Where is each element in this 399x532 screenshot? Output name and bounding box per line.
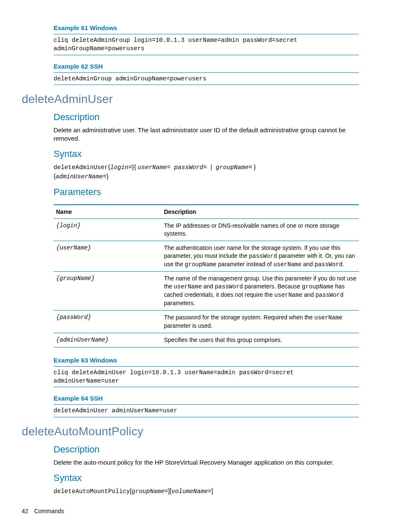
table-row: {adminUserName} Specifies the users that…: [54, 333, 359, 347]
param-desc: The name of the management group. Use th…: [161, 272, 359, 311]
example-64-heading: Example 64 SSH: [54, 395, 359, 402]
section-deleteadminuser-heading: deleteAdminUser: [22, 93, 359, 106]
description-text: Delete an administrative user. The last …: [54, 126, 359, 143]
footer-label: Commands: [34, 508, 64, 514]
syntax-deleteautomountpolicy: deleteAutoMountPolicy[groupName=][volume…: [54, 487, 359, 496]
example-61-code: cliq deleteAdminGroup login=10.0.1.3 use…: [54, 34, 359, 55]
parameters-heading: Parameters: [54, 187, 359, 198]
table-row: {passWord} The password for the storage …: [54, 311, 359, 333]
syntax-cmd-2: deleteAutoMountPolicy: [54, 488, 130, 495]
param-desc: The password for the storage system. Req…: [161, 311, 359, 333]
description-heading-2: Description: [54, 444, 359, 455]
section-deleteautomountpolicy-heading: deleteAutoMountPolicy: [22, 425, 359, 438]
parameters-table: Name Description {login} The IP addresse…: [54, 204, 359, 347]
description-text-2: Delete the auto-mount policy for the HP …: [54, 458, 359, 467]
param-name: {passWord}: [54, 311, 161, 333]
col-name: Name: [54, 205, 161, 219]
param-name: {groupName}: [54, 272, 161, 311]
description-heading: Description: [54, 112, 359, 123]
syntax-deleteadminuser: deleteAdminUser{login=}{ userName= passW…: [54, 163, 359, 181]
table-header-row: Name Description: [54, 205, 359, 219]
syntax-heading: Syntax: [54, 149, 359, 159]
example-62-heading: Example 62 SSH: [54, 63, 359, 70]
table-row: {groupName} The name of the management g…: [54, 272, 359, 311]
example-63-code: cliq deleteAdminUser login=10.0.1.3 user…: [54, 366, 359, 388]
param-name: {userName}: [54, 241, 161, 272]
param-desc: The authentication user name for the sto…: [161, 241, 359, 272]
syntax-cmd: deleteAdminUser: [54, 164, 108, 171]
param-name: {adminUserName}: [54, 333, 161, 347]
example-61-heading: Example 61 Windows: [54, 24, 359, 31]
table-row: {userName} The authentication user name …: [54, 241, 359, 272]
table-row: {login} The IP addresses or DNS-resolvab…: [54, 218, 359, 241]
page-number: 42: [22, 508, 28, 514]
syntax-heading-2: Syntax: [54, 473, 359, 483]
example-63-heading: Example 63 Windows: [54, 357, 359, 364]
example-62-code: deleteAdminGroup adminGroupName=poweruse…: [54, 72, 359, 85]
param-desc: Specifies the users that this group comp…: [161, 333, 359, 347]
param-desc: The IP addresses or DNS-resolvable names…: [161, 218, 359, 241]
page-footer: 42Commands: [22, 508, 64, 514]
example-64-code: deleteAdminUser adminUserName=user: [54, 404, 359, 417]
param-name: {login}: [54, 218, 161, 241]
col-description: Description: [161, 205, 359, 219]
